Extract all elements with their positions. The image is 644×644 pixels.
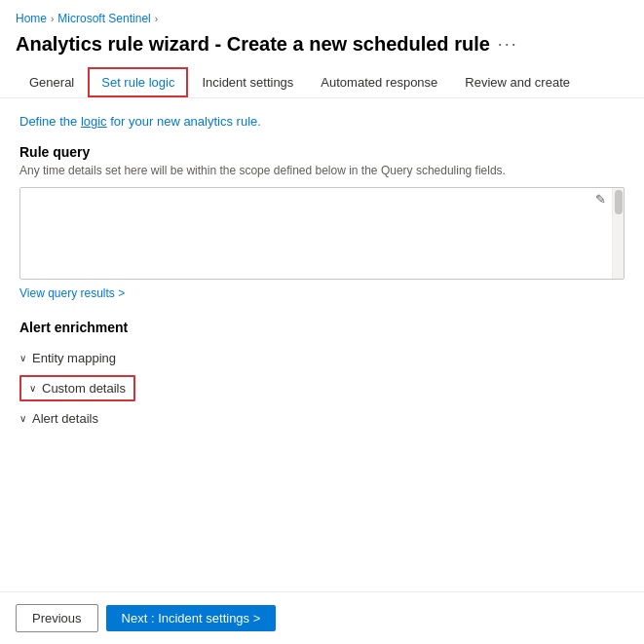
- custom-details-row[interactable]: ∨ Custom details: [19, 375, 135, 401]
- alert-details-row[interactable]: ∨ Alert details: [19, 405, 625, 432]
- breadcrumb-chevron-2: ›: [155, 14, 158, 24]
- breadcrumb-chevron-1: ›: [51, 14, 54, 24]
- tab-review-and-create[interactable]: Review and create: [451, 67, 584, 97]
- entity-mapping-chevron: ∨: [19, 353, 26, 363]
- alert-details-chevron: ∨: [19, 413, 26, 424]
- home-link[interactable]: Home: [16, 12, 47, 25]
- alert-enrichment-title: Alert enrichment: [19, 320, 625, 335]
- tab-set-rule-logic[interactable]: Set rule logic: [88, 67, 188, 97]
- query-editor-container: ✎: [19, 187, 625, 280]
- rule-query-title: Rule query: [19, 144, 625, 160]
- main-content: Define the logic for your new analytics …: [0, 98, 644, 455]
- define-prefix: Define the: [19, 114, 81, 129]
- edit-query-icon[interactable]: ✎: [595, 192, 606, 207]
- enrichment-section: ∨ Entity mapping ∨ Custom details ∨ Aler…: [19, 345, 625, 432]
- logic-link[interactable]: logic: [81, 114, 107, 129]
- custom-details-label: Custom details: [42, 381, 126, 396]
- previous-button[interactable]: Previous: [16, 604, 98, 632]
- tab-incident-settings[interactable]: Incident settings: [188, 67, 307, 97]
- rule-query-subtitle: Any time details set here will be within…: [19, 164, 625, 177]
- entity-mapping-row[interactable]: ∨ Entity mapping: [19, 345, 625, 371]
- alert-details-label: Alert details: [32, 411, 98, 426]
- define-suffix: for your new analytics rule.: [107, 114, 261, 129]
- bottom-bar: Previous Next : Incident settings >: [0, 591, 644, 644]
- page-title-area: Analytics rule wizard - Create a new sch…: [0, 29, 644, 67]
- tab-bar: General Set rule logic Incident settings…: [0, 67, 644, 98]
- breadcrumb: Home › Microsoft Sentinel ›: [0, 0, 644, 29]
- define-logic-text: Define the logic for your new analytics …: [19, 114, 625, 129]
- sentinel-link[interactable]: Microsoft Sentinel: [57, 12, 150, 25]
- query-input[interactable]: [20, 188, 624, 276]
- tab-general[interactable]: General: [16, 67, 88, 97]
- tab-automated-response[interactable]: Automated response: [307, 67, 451, 97]
- entity-mapping-label: Entity mapping: [32, 351, 116, 365]
- page-title: Analytics rule wizard - Create a new sch…: [16, 33, 490, 56]
- query-scrollbar[interactable]: [612, 188, 624, 279]
- scrollbar-thumb: [615, 190, 623, 214]
- view-query-results-link[interactable]: View query results >: [19, 286, 125, 300]
- next-button[interactable]: Next : Incident settings >: [106, 605, 277, 631]
- more-options-icon[interactable]: ···: [498, 34, 518, 55]
- custom-details-chevron: ∨: [29, 383, 36, 394]
